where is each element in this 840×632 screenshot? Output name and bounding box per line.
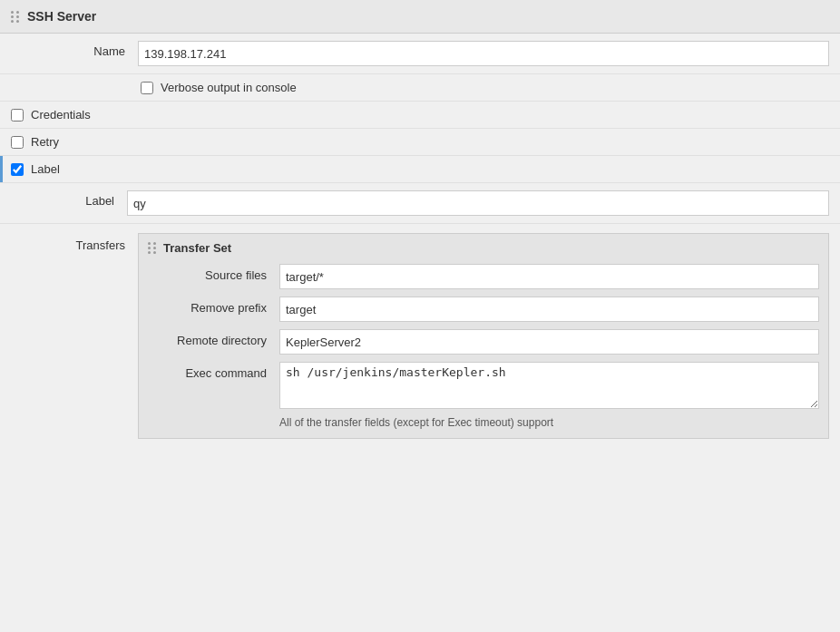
label-section-label[interactable]: Label <box>31 162 60 176</box>
page: SSH Server Name Verbose output in consol… <box>0 0 840 632</box>
remote-directory-row: Remote directory <box>148 329 819 355</box>
label-field-row: Label <box>0 183 840 224</box>
source-files-row: Source files <box>148 264 819 289</box>
retry-label[interactable]: Retry <box>31 135 59 149</box>
source-files-input[interactable] <box>279 264 819 289</box>
transfer-set-header: Transfer Set <box>148 241 819 255</box>
credentials-row: Credentials <box>0 102 840 129</box>
label-field-label: Label <box>0 190 127 208</box>
label-checkbox[interactable] <box>11 163 24 176</box>
exec-command-textarea[interactable]: sh /usr/jenkins/masterKepler.sh <box>279 362 819 409</box>
name-row: Name <box>0 34 840 74</box>
transfers-label: Transfers <box>11 233 138 252</box>
transfers-row: Transfers Transfer Set Source files Remo… <box>0 224 840 448</box>
name-label: Name <box>11 41 138 58</box>
credentials-label[interactable]: Credentials <box>31 108 91 122</box>
retry-row: Retry <box>0 129 840 156</box>
remove-prefix-input[interactable] <box>279 297 819 322</box>
name-control <box>138 41 829 66</box>
source-files-label: Source files <box>148 264 279 282</box>
exec-command-label: Exec command <box>148 362 279 380</box>
transfer-set-title: Transfer Set <box>163 241 231 255</box>
label-checkbox-row: Label <box>0 156 840 183</box>
name-input[interactable] <box>138 41 829 66</box>
verbose-checkbox[interactable] <box>141 82 153 94</box>
verbose-row: Verbose output in console <box>0 74 840 102</box>
ssh-server-header: SSH Server <box>0 0 840 34</box>
credentials-checkbox[interactable] <box>11 109 24 122</box>
transfer-footer-text: All of the transfer fields (except for E… <box>148 416 819 429</box>
label-input[interactable] <box>127 190 829 216</box>
transfer-set-drag-handle <box>148 242 157 254</box>
remote-directory-input[interactable] <box>279 329 819 355</box>
ssh-server-title: SSH Server <box>27 9 96 24</box>
drag-handle-icon <box>11 11 20 23</box>
verbose-label[interactable]: Verbose output in console <box>161 81 297 94</box>
remove-prefix-label: Remove prefix <box>148 297 279 315</box>
label-field-control <box>127 190 829 216</box>
transfer-set-container: Transfer Set Source files Remove prefix … <box>138 233 829 439</box>
remove-prefix-row: Remove prefix <box>148 297 819 322</box>
exec-command-row: Exec command sh /usr/jenkins/masterKeple… <box>148 362 819 409</box>
retry-checkbox[interactable] <box>11 136 24 149</box>
remote-directory-label: Remote directory <box>148 329 279 347</box>
